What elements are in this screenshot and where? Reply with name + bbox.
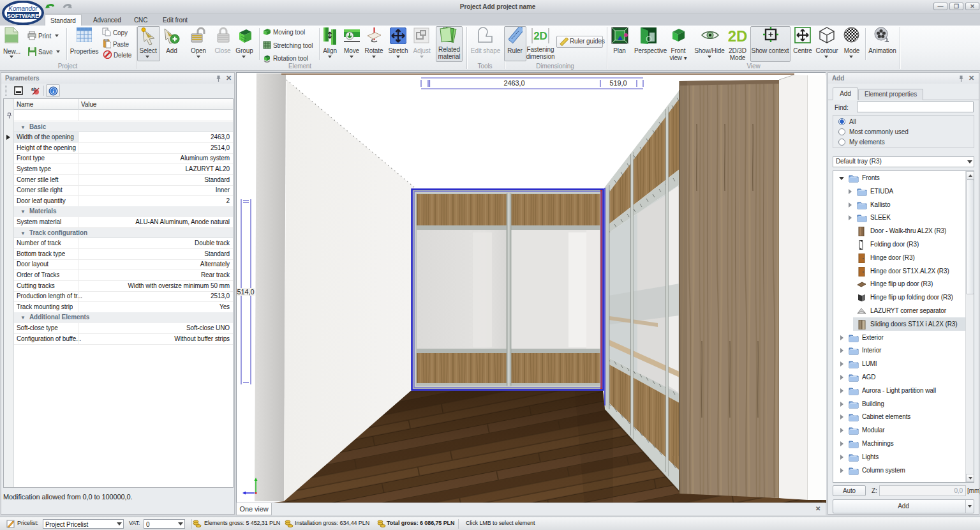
svg-text:SOFTWARE: SOFTWARE: [7, 13, 39, 19]
svg-text:2D: 2D: [728, 27, 747, 45]
svg-text:519,0: 519,0: [609, 79, 627, 87]
svg-text:2463,0: 2463,0: [503, 79, 524, 87]
svg-text:2D: 2D: [533, 30, 547, 42]
svg-text:Komandor: Komandor: [8, 5, 38, 12]
svg-text:514,0: 514,0: [237, 288, 254, 296]
